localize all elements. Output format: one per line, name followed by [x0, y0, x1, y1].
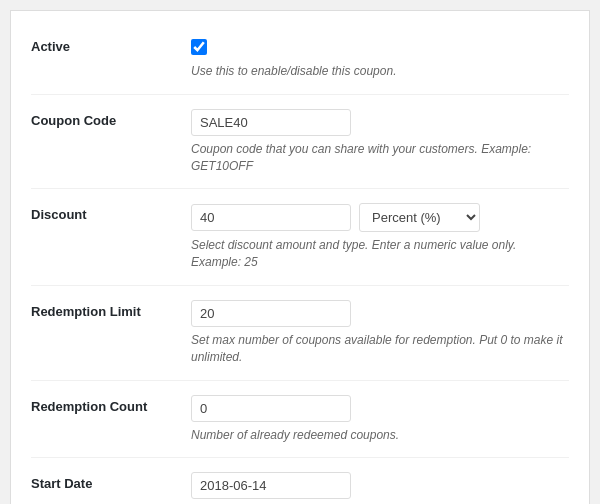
- redemption-limit-help: Set max number of coupons available for …: [191, 332, 569, 366]
- start-date-label: Start Date: [31, 472, 191, 491]
- start-date-input[interactable]: [191, 472, 351, 499]
- coupon-form: Active Use this to enable/disable this c…: [10, 10, 590, 504]
- discount-inputs: Percent (%) Fixed: [191, 203, 569, 232]
- redemption-count-content: Number of already redeemed coupons.: [191, 395, 569, 444]
- redemption-count-row: Redemption Count Number of already redee…: [31, 381, 569, 459]
- active-checkbox[interactable]: [191, 39, 207, 55]
- redemption-limit-label: Redemption Limit: [31, 300, 191, 319]
- discount-content: Percent (%) Fixed Select discount amount…: [191, 203, 569, 271]
- redemption-count-help: Number of already redeemed coupons.: [191, 427, 569, 444]
- coupon-code-content: Coupon code that you can share with your…: [191, 109, 569, 175]
- redemption-limit-row: Redemption Limit Set max number of coupo…: [31, 286, 569, 381]
- active-row: Active Use this to enable/disable this c…: [31, 21, 569, 95]
- discount-type-select[interactable]: Percent (%) Fixed: [359, 203, 480, 232]
- coupon-code-label: Coupon Code: [31, 109, 191, 128]
- coupon-code-help: Coupon code that you can share with your…: [191, 141, 569, 175]
- discount-label: Discount: [31, 203, 191, 222]
- active-help: Use this to enable/disable this coupon.: [191, 63, 569, 80]
- discount-help: Select discount amount and type. Enter a…: [191, 237, 569, 271]
- redemption-limit-input[interactable]: [191, 300, 351, 327]
- redemption-limit-content: Set max number of coupons available for …: [191, 300, 569, 366]
- start-date-content: Start date when this coupon can be used.: [191, 472, 569, 504]
- redemption-count-input[interactable]: [191, 395, 351, 422]
- active-label: Active: [31, 35, 191, 54]
- active-content: Use this to enable/disable this coupon.: [191, 35, 569, 80]
- redemption-count-label: Redemption Count: [31, 395, 191, 414]
- discount-value-input[interactable]: [191, 204, 351, 231]
- discount-row: Discount Percent (%) Fixed Select discou…: [31, 189, 569, 286]
- start-date-row: Start Date Start date when this coupon c…: [31, 458, 569, 504]
- coupon-code-input[interactable]: [191, 109, 351, 136]
- coupon-code-row: Coupon Code Coupon code that you can sha…: [31, 95, 569, 190]
